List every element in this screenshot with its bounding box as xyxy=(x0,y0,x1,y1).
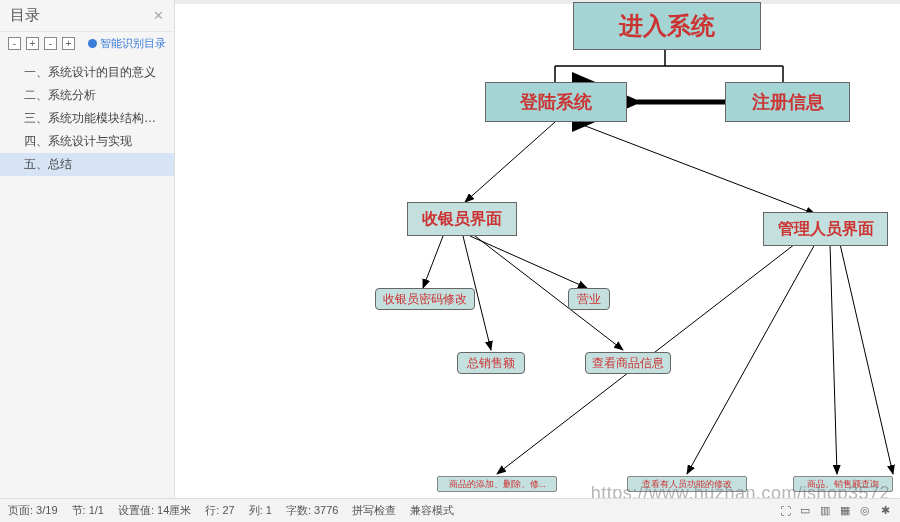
expand-icon[interactable]: + xyxy=(62,37,75,50)
svg-line-5 xyxy=(465,122,555,202)
collapse-all-icon[interactable]: - xyxy=(8,37,21,50)
outline-sidebar: 目录 ✕ - + - + 智能识别目录 一、系统设计的目的意义 二、系统分析 三… xyxy=(0,0,175,498)
expand-all-icon[interactable]: + xyxy=(26,37,39,50)
status-spellcheck[interactable]: 拼写检查 xyxy=(352,503,396,518)
document-page: 进入系统 登陆系统 注册信息 收银员界面 管理人员界面 收银员密码修改 营业 总… xyxy=(175,4,900,498)
toc-item[interactable]: 二、系统分析 xyxy=(0,84,174,107)
smart-toc-label: 智能识别目录 xyxy=(100,36,166,51)
node-bottom-left: 商品的添加、删除、修... xyxy=(437,476,557,492)
dot-icon xyxy=(88,39,97,48)
svg-line-6 xyxy=(575,122,815,214)
toc-item[interactable]: 五、总结 xyxy=(0,153,174,176)
view-page-icon[interactable]: ▭ xyxy=(798,504,812,518)
status-page[interactable]: 页面: 3/19 xyxy=(8,503,58,518)
flowchart-diagram: 进入系统 登陆系统 注册信息 收银员界面 管理人员界面 收银员密码修改 营业 总… xyxy=(175,4,900,498)
toc-item[interactable]: 三、系统功能模块结构设 ... xyxy=(0,107,174,130)
smart-toc-button[interactable]: 智能识别目录 xyxy=(88,36,166,51)
collapse-icon[interactable]: - xyxy=(44,37,57,50)
svg-line-8 xyxy=(470,236,587,288)
svg-line-7 xyxy=(423,236,443,288)
eye-icon[interactable]: ◎ xyxy=(858,504,872,518)
node-root: 进入系统 xyxy=(573,2,761,50)
toc-item[interactable]: 一、系统设计的目的意义 xyxy=(0,61,174,84)
node-biz: 营业 xyxy=(568,288,610,310)
status-chars[interactable]: 字数: 3776 xyxy=(286,503,339,518)
sidebar-header: 目录 ✕ xyxy=(0,0,174,32)
svg-line-14 xyxy=(840,244,893,474)
node-register: 注册信息 xyxy=(725,82,850,122)
node-cashier: 收银员界面 xyxy=(407,202,517,236)
watermark-text: https://www.huzhan.com/ishop3572 xyxy=(591,483,890,498)
node-pwd: 收银员密码修改 xyxy=(375,288,475,310)
status-col[interactable]: 列: 1 xyxy=(249,503,272,518)
fullscreen-icon[interactable]: ⛶ xyxy=(778,504,792,518)
view-outline-icon[interactable]: ▥ xyxy=(818,504,832,518)
bug-icon[interactable]: ✱ xyxy=(878,504,892,518)
node-goods: 查看商品信息 xyxy=(585,352,671,374)
sidebar-toolbar: - + - + 智能识别目录 xyxy=(0,32,174,55)
statusbar: 页面: 3/19 节: 1/1 设置值: 14厘米 行: 27 列: 1 字数:… xyxy=(0,498,900,522)
status-compat[interactable]: 兼容模式 xyxy=(410,503,454,518)
sidebar-title: 目录 xyxy=(10,6,40,25)
svg-line-13 xyxy=(830,244,837,474)
node-login: 登陆系统 xyxy=(485,82,627,122)
view-web-icon[interactable]: ▦ xyxy=(838,504,852,518)
node-sales: 总销售额 xyxy=(457,352,525,374)
node-admin: 管理人员界面 xyxy=(763,212,888,246)
svg-line-12 xyxy=(687,244,815,474)
status-row[interactable]: 行: 27 xyxy=(205,503,234,518)
status-section[interactable]: 节: 1/1 xyxy=(72,503,104,518)
toc-list: 一、系统设计的目的意义 二、系统分析 三、系统功能模块结构设 ... 四、系统设… xyxy=(0,55,174,182)
close-icon[interactable]: ✕ xyxy=(153,8,164,23)
document-canvas[interactable]: 进入系统 登陆系统 注册信息 收银员界面 管理人员界面 收银员密码修改 营业 总… xyxy=(175,0,900,498)
toc-item[interactable]: 四、系统设计与实现 xyxy=(0,130,174,153)
status-ruler[interactable]: 设置值: 14厘米 xyxy=(118,503,191,518)
connector-lines xyxy=(175,4,900,498)
